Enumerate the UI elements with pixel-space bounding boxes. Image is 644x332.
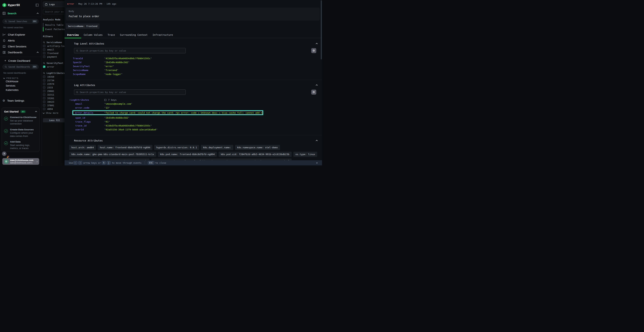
sidebar-item-services[interactable]: Services <box>0 84 41 88</box>
checkbox[interactable] <box>43 45 46 47</box>
attribute-value[interactable]: "01" <box>104 120 110 123</box>
attribute-value[interactable]: "frontend" <box>104 69 118 72</box>
attribute-key[interactable]: userId <box>75 128 104 131</box>
attribute-key[interactable]: ServiceName <box>73 69 104 72</box>
attribute-key[interactable]: trace_id <box>75 124 104 127</box>
resource-attribute-chip[interactable]: host.arch: amd64 <box>69 145 96 150</box>
attribute-key[interactable]: error.code <box>75 106 104 109</box>
scrollbar[interactable] <box>321 0 322 160</box>
quote: " <box>104 128 106 131</box>
attribute-value[interactable]: "vmoses@example.com" <box>104 102 132 105</box>
attribute-value[interactable]: "error" <box>104 65 114 68</box>
attribute-value[interactable]: "92a55156-39a4-11f0-8ddd-a2eca416a8a4" <box>104 128 158 131</box>
sidebar-item-alerts[interactable]: Alerts <box>0 38 41 44</box>
sidebar-item-clickhouse[interactable]: ClickHouse <box>0 79 41 84</box>
attribute-key[interactable]: SpanId <box>73 61 104 64</box>
gear-icon[interactable]: ⚙ <box>311 48 316 53</box>
checkbox[interactable] <box>43 83 46 85</box>
attribute-value[interactable]: "2b43d0c4dd6bc582" <box>104 61 130 64</box>
checkbox[interactable] <box>43 97 46 100</box>
attribute-key[interactable]: span_id <box>75 116 104 119</box>
tab-surrounding-context[interactable]: Surrounding Context <box>117 32 150 38</box>
presets-toggle[interactable]: PRESETS <box>4 77 41 79</box>
tab-overview[interactable]: Overview <box>64 32 81 38</box>
attribute-key[interactable]: error.details <box>75 112 104 114</box>
get-started-step[interactable]: Add Data Start sending logs, metrics, or… <box>4 140 37 150</box>
property-search-input[interactable] <box>80 91 184 94</box>
checkbox[interactable] <box>43 104 46 106</box>
help-button[interactable]: ? <box>2 152 6 156</box>
resource-attribute-chip[interactable]: k8s.node.name: gke-pme-k8s-standard-main… <box>69 152 156 157</box>
checkbox[interactable] <box>43 90 46 92</box>
chevron-up-icon[interactable] <box>35 111 37 113</box>
filter-option-label: error <box>47 66 54 68</box>
sidebar-item-chart-explorer[interactable]: Chart Explorer <box>0 32 41 38</box>
checkbox[interactable] <box>43 108 46 110</box>
attribute-key[interactable]: email <box>75 102 104 105</box>
close-icon[interactable]: ✕ <box>316 161 318 164</box>
checkbox[interactable] <box>43 94 46 96</box>
get-started-step[interactable]: Connect to ClickHouse Set up your databa… <box>4 116 37 126</box>
checkbox[interactable] <box>43 86 46 89</box>
attribute-tree-root[interactable]: ▾ LogAttributes {} 7 keys <box>64 98 322 102</box>
shortcut-badge: ⌘K <box>32 65 37 68</box>
sidebar-item-kubernetes[interactable]: Kubernetes <box>0 88 41 92</box>
property-search-input[interactable] <box>80 49 184 52</box>
sidebar-collapse-icon[interactable] <box>36 4 39 6</box>
attribute-value[interactable]: "13" <box>104 106 110 109</box>
checkbox[interactable] <box>43 52 46 54</box>
resource-attribute-chip[interactable]: host.name: frontend-6b6c8d7bfd-ng894 <box>98 145 152 150</box>
divider <box>145 161 145 164</box>
checkbox[interactable] <box>43 76 46 78</box>
tab-trace[interactable]: Trace <box>105 32 118 38</box>
tab-column-values[interactable]: Column Values <box>81 32 105 38</box>
attribute-value-text: 13 <box>106 106 108 109</box>
tab-infrastructure[interactable]: Infrastructure <box>150 32 176 38</box>
attribute-key[interactable]: trace_flags <box>75 120 104 123</box>
saved-dashboards-input[interactable]: Saved Dashboards ⌘K <box>2 64 39 69</box>
checkbox[interactable] <box>43 48 46 51</box>
quote: " <box>104 61 106 64</box>
resource-attribute-chip[interactable]: k8s.deployment.name: <box>201 145 233 150</box>
filter-option-label: 19350 <box>47 76 54 78</box>
create-dashboard-button[interactable]: + Create Dashboard <box>0 58 41 64</box>
sidebar-item-client-sessions[interactable]: Client Sessions <box>0 44 41 49</box>
attribute-value[interactable]: "4156d3fbc40a64854d9dc7f68641593c" <box>104 124 152 127</box>
resource-attribute-chip[interactable]: k8s.pod.uid: f284fb2d-a0b3-4634-991b-e2c… <box>218 152 292 157</box>
resource-attribute-chip[interactable]: k8s.namespace.name: otel-demo <box>235 145 280 150</box>
attribute-value[interactable]: "2b43d0c4dd6bc582" <box>104 116 130 119</box>
attribute-key[interactable]: ScopeName <box>73 73 104 76</box>
chevron-up-icon[interactable] <box>37 52 39 54</box>
quote: " <box>117 69 118 72</box>
sidebar-item-dashboards[interactable]: Dashboards <box>0 49 41 55</box>
caret-down-icon[interactable]: ▾ <box>70 99 70 101</box>
resource-attribute-chip[interactable]: hyperdx.distro.version: 0.8.1 <box>154 145 199 150</box>
gear-icon[interactable]: ⚙ <box>311 90 316 95</box>
attribute-row: ServiceName"frontend" <box>64 68 322 72</box>
attribute-value[interactable]: "4156d3fbc40a64854d9dc7f68641593c" <box>104 57 152 60</box>
attribute-value[interactable]: "node-logger" <box>104 73 122 76</box>
checkbox[interactable] <box>43 79 46 82</box>
attribute-key[interactable]: SeverityText <box>73 65 104 68</box>
attribute-key[interactable]: TraceId <box>73 57 104 60</box>
service-name-chip[interactable]: ServiceName: frontend <box>66 24 100 29</box>
attribute-row: ScopeName"node-logger" <box>64 72 322 76</box>
attribute-value[interactable]: "failed to charge card: could not charge… <box>104 112 263 114</box>
chevron-up-icon[interactable] <box>37 12 39 14</box>
sidebar-item-search[interactable]: Search <box>0 10 41 17</box>
attribute-key[interactable]: LogAttributes <box>71 98 104 101</box>
checkbox[interactable] <box>43 56 46 58</box>
user-menu[interactable]: D dale@clickhouse.com dale@clickhouse.co… <box>2 158 39 165</box>
resource-attribute-chip[interactable]: k8s.pod.name: frontend-6b6c8d7bfd-ng894 <box>158 152 217 157</box>
resource-attribute-chip[interactable]: os.type: linux <box>294 152 317 157</box>
checkbox[interactable] <box>43 66 46 68</box>
hyperdx-logo-icon[interactable] <box>2 3 6 7</box>
checkbox[interactable] <box>43 100 46 103</box>
sidebar-item-team-settings[interactable]: ⚙ Team Settings <box>0 98 41 104</box>
scrollbar-thumb[interactable] <box>321 0 322 60</box>
saved-searches-input[interactable]: Saved Searches ⌘K <box>2 19 39 24</box>
quote: " <box>150 124 152 127</box>
get-started-step[interactable]: Create Data Sources Configure where your… <box>4 128 37 138</box>
quote: " <box>104 106 106 109</box>
log-attributes-section: Log Attributes ⚙ ▾ LogAttributes {} 7 ke… <box>64 80 322 135</box>
